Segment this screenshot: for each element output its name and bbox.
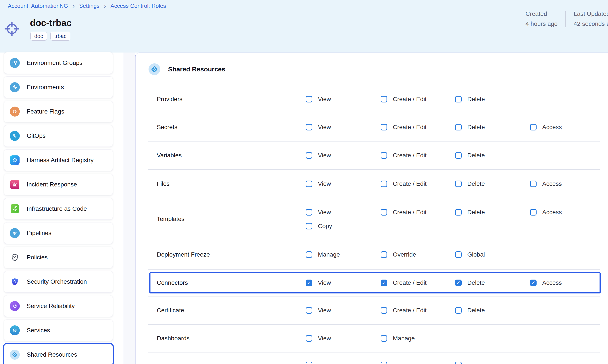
sidebar-item-label: Services — [27, 327, 50, 334]
section-title: Shared Resources — [168, 65, 225, 73]
permission-label: Delete — [467, 152, 485, 159]
checkbox-override[interactable] — [381, 251, 387, 258]
checkbox-view[interactable] — [306, 124, 312, 130]
permission-label: View — [318, 180, 331, 187]
checkbox-view[interactable] — [306, 335, 312, 342]
artifact-registry-icon — [10, 155, 20, 165]
permission-label: Access — [542, 279, 562, 286]
sidebar-item-gitops[interactable]: GitOps — [4, 125, 113, 147]
sidebar-item-label: Environment Groups — [27, 59, 82, 66]
checkbox-create-edit[interactable] — [381, 152, 387, 159]
sidebar-item-services[interactable]: Services — [4, 320, 113, 341]
permission-cell: Delete — [455, 152, 530, 159]
sidebar-item-label: Harness Artifact Registry — [27, 157, 93, 164]
breadcrumb-settings-link[interactable]: Settings — [79, 3, 99, 9]
page-title: doc-trbac — [30, 18, 71, 28]
checkbox-view[interactable] — [306, 152, 312, 159]
sidebar-item-environments[interactable]: Environments — [4, 76, 113, 98]
incident-response-icon — [10, 180, 20, 190]
sidebar-item-security-orchestration[interactable]: Security Orchestration — [4, 271, 113, 293]
checkbox-create-edit[interactable] — [381, 307, 387, 314]
resource-name: Connectors — [148, 279, 306, 286]
sidebar-item-incident-response[interactable]: Incident Response — [4, 174, 113, 195]
checkbox-delete[interactable] — [455, 152, 462, 159]
checkbox-delete[interactable] — [455, 307, 462, 314]
resource-row-templates: Templates View Create / Edit Delete Acce — [148, 198, 600, 240]
permission-label: Delete — [467, 96, 485, 103]
sidebar-item-environment-groups[interactable]: Environment Groups — [4, 52, 113, 74]
created-value: 4 hours ago — [526, 20, 558, 27]
permission-cell: Manage — [306, 251, 381, 258]
permission-label: Override — [393, 251, 416, 258]
permission-cell: Delete — [455, 279, 530, 286]
last-updated-value: 42 seconds ago — [574, 20, 608, 27]
resource-category-sidebar: Environment Groups Environments Feature … — [4, 52, 113, 364]
breadcrumb-roles-link[interactable]: Access Control: Roles — [110, 3, 166, 9]
resource-row-partial — [148, 352, 600, 364]
checkbox-manage[interactable] — [381, 335, 387, 342]
resource-row-variables: Variables View Create / Edit Delete — [148, 142, 600, 170]
sidebar-item-infrastructure-as-code[interactable]: Infrastructure as Code — [4, 198, 113, 220]
permission-label: View — [318, 279, 331, 286]
checkbox-create-edit[interactable] — [381, 96, 387, 103]
permission-label: Create / Edit — [393, 180, 427, 187]
checkbox[interactable] — [381, 362, 387, 364]
checkbox-access[interactable] — [530, 209, 537, 216]
checkbox-access[interactable] — [530, 181, 537, 187]
permission-cell: View — [306, 152, 381, 159]
checkbox-access[interactable] — [530, 124, 537, 130]
permission-cell: Create / Edit — [381, 307, 455, 314]
checkbox-view[interactable] — [306, 96, 312, 103]
checkbox-view[interactable] — [306, 307, 312, 314]
permission-label: Access — [542, 180, 562, 187]
role-meta: Created 4 hours ago Last Updated 42 seco… — [526, 10, 608, 27]
chevron-right-icon: › — [72, 3, 75, 9]
policies-icon — [10, 252, 20, 262]
permission-cell — [455, 362, 530, 364]
sidebar-item-shared-resources[interactable]: Shared Resources — [4, 344, 113, 364]
breadcrumb-account-link[interactable]: Account: AutomationNG — [8, 3, 68, 9]
checkbox-create-edit[interactable] — [381, 209, 387, 216]
permission-label: Create / Edit — [393, 124, 427, 131]
service-reliability-icon — [10, 301, 20, 311]
sidebar-item-feature-flags[interactable]: Feature Flags — [4, 101, 113, 122]
tag-doc: doc — [30, 32, 47, 40]
sidebar-item-service-reliability[interactable]: Service Reliability — [4, 295, 113, 317]
checkbox-delete[interactable] — [455, 181, 462, 187]
shared-resources-icon — [10, 350, 20, 360]
permission-cell: View — [306, 279, 381, 286]
permission-label: Create / Edit — [393, 307, 427, 314]
checkbox-create-edit[interactable] — [381, 124, 387, 130]
permission-cell: Create / Edit — [381, 180, 455, 187]
sidebar-item-label: Policies — [27, 254, 48, 261]
sidebar-item-pipelines[interactable]: Pipelines — [4, 222, 113, 244]
permission-label: Create / Edit — [393, 279, 427, 286]
checkbox-manage[interactable] — [306, 251, 312, 258]
checkbox-delete[interactable] — [455, 280, 462, 286]
checkbox[interactable] — [455, 362, 462, 364]
checkbox-view[interactable] — [306, 181, 312, 187]
checkbox-create-edit[interactable] — [381, 280, 387, 286]
checkbox-view[interactable] — [306, 209, 312, 216]
sidebar-item-harness-artifact-registry[interactable]: Harness Artifact Registry — [4, 149, 113, 171]
checkbox-create-edit[interactable] — [381, 181, 387, 187]
resource-name: Certificate — [148, 307, 306, 314]
permission-label: Copy — [318, 223, 332, 230]
checkbox-copy[interactable] — [306, 223, 312, 229]
checkbox-delete[interactable] — [455, 209, 462, 216]
checkbox[interactable] — [306, 362, 312, 364]
permission-cell: Delete — [455, 209, 530, 216]
permission-cell: Global — [455, 251, 530, 258]
permissions-panel: Shared Resources Providers View Create /… — [135, 52, 608, 364]
permission-cell: View — [306, 209, 381, 216]
checkbox-global[interactable] — [455, 251, 462, 258]
sidebar-item-policies[interactable]: Policies — [4, 247, 113, 268]
checkbox-delete[interactable] — [455, 124, 462, 130]
permission-cell: Access — [530, 180, 600, 187]
checkbox-view[interactable] — [306, 280, 312, 286]
checkbox-delete[interactable] — [455, 96, 462, 103]
section-header: Shared Resources — [135, 53, 608, 86]
sidebar-main-divider — [123, 52, 135, 364]
checkbox-access[interactable] — [530, 280, 537, 286]
permission-label: Delete — [467, 124, 485, 131]
